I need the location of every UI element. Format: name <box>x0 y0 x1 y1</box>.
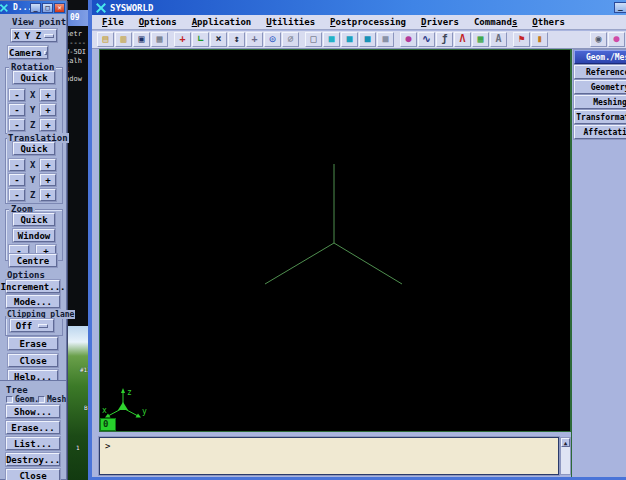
translation-axis-z-label: Z <box>30 190 35 200</box>
right-panel-geometry[interactable]: Geometry <box>574 80 626 94</box>
scroll-up-icon[interactable]: ▲ <box>561 438 570 447</box>
translate-y-plus-button[interactable]: + <box>40 174 56 186</box>
rendered-cube-icon[interactable]: ■ <box>359 32 376 47</box>
close-button[interactable]: Close <box>8 354 58 367</box>
dialog-logo-icon <box>0 4 8 12</box>
right-panel-geom-mesh[interactable]: Geom./Mesh <box>574 50 626 64</box>
translate-y-minus-button[interactable]: - <box>9 174 25 186</box>
option-menu-indicator <box>38 324 48 328</box>
command-scrollbar[interactable]: ▲ <box>560 437 571 475</box>
erase-button[interactable]: Erase <box>8 337 58 350</box>
shaded-cube-icon[interactable]: ■ <box>323 32 340 47</box>
zoom-quick-button[interactable]: Quick <box>13 213 55 226</box>
global-frame-icon[interactable]: + <box>174 32 191 47</box>
rotation-axis-x-label: X <box>30 90 35 100</box>
tree-erase[interactable]: Erase... <box>6 421 60 434</box>
save-icon[interactable]: ▣ <box>133 32 150 47</box>
rotate-y-minus-button[interactable]: - <box>9 104 25 116</box>
curve-plot-icon[interactable]: ∿ <box>418 32 435 47</box>
flag-icon[interactable]: ⚑ <box>513 32 530 47</box>
label-icon[interactable]: A <box>490 32 507 47</box>
mode-button[interactable]: Mode... <box>6 295 60 308</box>
translate-z-minus-button[interactable]: - <box>9 189 25 201</box>
xyz-option-button[interactable]: X Y Z <box>11 29 57 42</box>
legend-icon[interactable]: ▮ <box>531 32 548 47</box>
tree-panel: Tree Geom. Mesh Show...Erase...List...De… <box>0 380 67 480</box>
font-icon[interactable]: ƒ <box>436 32 453 47</box>
rotation-axis-y-label: Y <box>30 105 35 115</box>
right-panel-meshing[interactable]: Meshing <box>574 95 626 109</box>
menu-utilities[interactable]: Utilities <box>266 17 315 27</box>
viewpoint-dialog-titlebar[interactable]: D... _ □ ✕ <box>0 1 66 14</box>
menu-options[interactable]: Options <box>139 17 177 27</box>
origin-badge: 0 <box>100 418 116 431</box>
erase-view-icon[interactable]: ∅ <box>282 32 299 47</box>
viewpoint-dialog: D... _ □ ✕ View point X Y Z Camera Rotat… <box>0 0 67 384</box>
mesh-grid-icon[interactable]: ▦ <box>472 32 489 47</box>
command-input[interactable]: > <box>99 437 559 475</box>
radio-icon[interactable] <box>38 396 45 403</box>
pan-icon[interactable]: + <box>246 32 263 47</box>
right-panel-transformation[interactable]: Transformation <box>574 110 626 124</box>
menu-bar: FileOptionsApplicationUtilitiesPostproce… <box>92 15 626 30</box>
zoom-lens-icon[interactable]: ◎ <box>264 32 281 47</box>
clipping-option-button[interactable]: Off <box>10 319 54 332</box>
local-frame-icon[interactable]: ∟ <box>192 32 209 47</box>
option-menu-indicator <box>44 34 54 38</box>
tree-label: Tree <box>6 385 28 395</box>
rotate-z-plus-button[interactable]: + <box>40 119 56 131</box>
svg-text:x: x <box>102 406 107 415</box>
right-panel-affectation[interactable]: Affectation <box>574 125 626 139</box>
rotate-y-plus-button[interactable]: + <box>40 104 56 116</box>
xyz-option-label: X Y Z <box>14 31 41 41</box>
main-window-titlebar[interactable]: SYSWORLD _ <box>92 0 626 15</box>
menu-application[interactable]: Application <box>192 17 252 27</box>
menu-commands[interactable]: Commands <box>474 17 517 27</box>
translation-quick-button[interactable]: Quick <box>13 142 55 155</box>
zoom-window-button[interactable]: Window <box>13 229 55 242</box>
import-file-icon[interactable]: ▥ <box>115 32 132 47</box>
increment-button[interactable]: Increment... <box>6 280 60 293</box>
centre-button[interactable]: Centre <box>9 254 57 267</box>
minimize-button[interactable]: _ <box>614 2 626 13</box>
tree-list[interactable]: List... <box>6 437 60 450</box>
hidden-line-cube-icon[interactable]: ■ <box>377 32 394 47</box>
translate-x-minus-button[interactable]: - <box>9 159 25 171</box>
svg-text:y: y <box>142 407 147 416</box>
menu-drivers[interactable]: Drivers <box>421 17 459 27</box>
zoom-extents-icon[interactable]: × <box>210 32 227 47</box>
viewport[interactable]: z x y 0 <box>99 49 571 432</box>
camera-icon[interactable]: ◉ <box>590 32 607 47</box>
tree-close[interactable]: Close <box>6 469 60 480</box>
translate-z-plus-button[interactable]: + <box>40 189 56 201</box>
rotate-x-plus-button[interactable]: + <box>40 89 56 101</box>
tree-structure-icon[interactable]: Λ <box>454 32 471 47</box>
record-icon[interactable]: ● <box>608 32 625 47</box>
right-panel-references[interactable]: References <box>574 65 626 79</box>
rotate-z-minus-button[interactable]: - <box>9 119 25 131</box>
fit-vertical-icon[interactable]: ↕ <box>228 32 245 47</box>
tree-destroy[interactable]: Destroy... <box>6 453 60 466</box>
palette-icon[interactable]: ● <box>400 32 417 47</box>
open-file-icon[interactable]: ▤ <box>97 32 114 47</box>
mesh-radio[interactable]: Mesh <box>38 395 66 404</box>
toolbar: ▤▥▣▦+∟×↕+◎∅□■■■■●∿ƒΛ▦A⚑▮◉● <box>92 31 626 49</box>
radio-icon[interactable] <box>6 396 13 403</box>
geom-radio[interactable]: Geom. <box>6 395 39 404</box>
wireframe-cube-icon[interactable]: □ <box>305 32 322 47</box>
geom-radio-label: Geom. <box>15 395 39 404</box>
rotation-quick-button[interactable]: Quick <box>13 71 55 84</box>
desktop-icon-label: 1 <box>76 444 80 451</box>
tree-show[interactable]: Show... <box>6 405 60 418</box>
print-icon[interactable]: ▦ <box>151 32 168 47</box>
menu-postprocessing[interactable]: Postprocessing <box>330 17 406 27</box>
translate-x-plus-button[interactable]: + <box>40 159 56 171</box>
dialog-maximize-button[interactable]: □ <box>42 3 53 13</box>
dialog-close-icon[interactable]: ✕ <box>54 3 65 13</box>
solid-cube-icon[interactable]: ■ <box>341 32 358 47</box>
rotate-x-minus-button[interactable]: - <box>9 89 25 101</box>
menu-others[interactable]: Others <box>532 17 565 27</box>
camera-option-button[interactable]: Camera <box>8 46 48 59</box>
dialog-minimize-button[interactable]: _ <box>30 3 41 13</box>
menu-file[interactable]: File <box>102 17 124 27</box>
